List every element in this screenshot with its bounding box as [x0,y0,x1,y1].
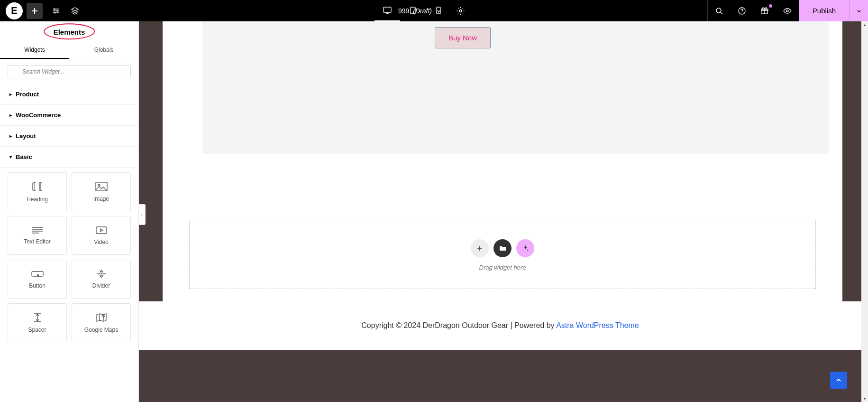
desktop-icon [383,6,392,15]
folder-icon [499,245,506,251]
widget-label: Button [29,282,46,289]
scroll-to-top-button[interactable] [830,372,847,389]
widget-text-editor[interactable]: Text Editor [8,216,67,255]
tablet-view-button[interactable] [400,0,426,21]
add-section-button[interactable] [471,239,489,257]
page-settings-button[interactable] [451,1,470,20]
divider-icon [96,269,107,279]
finder-button[interactable] [708,1,731,20]
tab-globals[interactable]: Globals [69,42,138,59]
topbar-right-group: Publish [707,0,868,21]
preview-button[interactable] [776,1,799,20]
svg-point-8 [438,12,439,13]
add-element-button[interactable] [27,3,43,19]
widgets-grid: Heading Image Text Editor Video Button D… [0,168,138,342]
widget-video[interactable]: Video [72,216,131,255]
chevron-up-icon [835,376,842,384]
search-container [0,59,138,84]
site-settings-button[interactable] [46,1,65,20]
sliders-icon [52,7,60,15]
category-woocommerce[interactable]: ▸WooCommerce [0,105,138,126]
svg-point-0 [54,8,55,9]
panel-title-text: Elements [54,28,85,36]
widget-heading[interactable]: Heading [8,172,67,211]
svg-point-3 [459,9,462,12]
category-basic[interactable]: ▾Basic [0,147,138,168]
help-icon [738,7,746,15]
responsive-device-group [375,0,451,21]
vertical-scrollbar[interactable]: ▴ ▾ [861,21,868,402]
button-icon [30,269,45,279]
publish-button[interactable]: Publish [799,0,849,21]
panel-title: Elements [0,21,138,42]
desktop-view-button[interactable] [375,0,400,21]
svg-point-2 [55,12,56,13]
eye-icon [783,7,792,15]
top-toolbar: E 999 (Draft) [0,0,868,21]
whats-new-button[interactable] [753,1,776,20]
category-label: Basic [16,153,32,160]
widget-label: Spacer [28,327,46,333]
video-icon [95,225,108,235]
map-icon [95,312,108,323]
structure-button[interactable] [65,1,84,20]
widget-divider[interactable]: Divider [72,260,131,299]
svg-point-9 [716,8,721,13]
search-widget-input[interactable] [8,65,131,78]
footer-theme-link[interactable]: Astra WordPress Theme [556,321,639,329]
widget-image[interactable]: Image [72,172,131,211]
chevron-right-icon: ▸ [9,112,12,118]
widget-label: Heading [27,196,48,203]
category-label: Product [16,91,39,98]
widget-spacer[interactable]: Spacer [8,303,67,342]
ai-button[interactable] [516,239,534,257]
chevron-left-icon: ‹ [141,212,143,217]
mobile-icon [436,6,441,15]
spacer-icon [32,312,43,323]
help-button[interactable] [731,1,753,20]
empty-section-dropzone[interactable]: Drag widget here [189,221,816,289]
publish-options-button[interactable] [849,0,868,21]
pricing-section[interactable]: Buy Now [202,21,829,154]
widget-label: Video [94,239,108,245]
tablet-icon [409,6,417,15]
category-product[interactable]: ▸Product [0,84,138,105]
scroll-down-arrow[interactable]: ▾ [861,395,868,402]
panel-tabs: Widgets Globals [0,42,138,59]
plus-icon [31,7,38,15]
elementor-logo[interactable]: E [6,2,23,19]
widget-label: Google Maps [84,327,118,333]
add-template-button[interactable] [493,239,512,257]
svg-point-6 [412,12,413,13]
svg-point-1 [57,10,58,11]
widget-label: Text Editor [24,238,51,245]
widget-button[interactable]: Button [8,260,67,299]
chevron-right-icon: ▸ [9,92,12,97]
chevron-down-icon [856,8,862,14]
svg-point-16 [98,184,100,186]
layers-icon [71,7,79,15]
heading-icon [31,181,44,192]
search-icon [715,7,723,15]
gear-icon [456,7,465,15]
sparkle-icon [522,244,529,252]
page-content: Buy Now Drag widget here [163,21,842,318]
collapse-panel-button[interactable]: ‹ [139,204,146,225]
plus-icon [476,245,483,252]
tab-widgets[interactable]: Widgets [0,42,69,59]
mobile-view-button[interactable] [426,0,451,21]
widget-label: Image [93,196,109,202]
topbar-left-group: E [0,1,84,20]
site-footer: Copyright © 2024 DerDragon Outdoor Gear … [139,301,861,350]
svg-rect-17 [96,227,107,234]
footer-copyright: Copyright © 2024 DerDragon Outdoor Gear … [361,321,556,329]
chevron-right-icon: ▸ [9,133,12,139]
widget-google-maps[interactable]: Google Maps [72,303,131,342]
category-layout[interactable]: ▸Layout [0,126,138,147]
scroll-up-arrow[interactable]: ▴ [861,21,868,28]
buy-now-button[interactable]: Buy Now [435,27,491,48]
dropzone-buttons [471,239,534,257]
widget-label: Divider [92,282,110,289]
category-label: WooCommerce [16,112,61,119]
elements-panel: Elements Widgets Globals ▸Product ▸WooCo… [0,21,139,402]
